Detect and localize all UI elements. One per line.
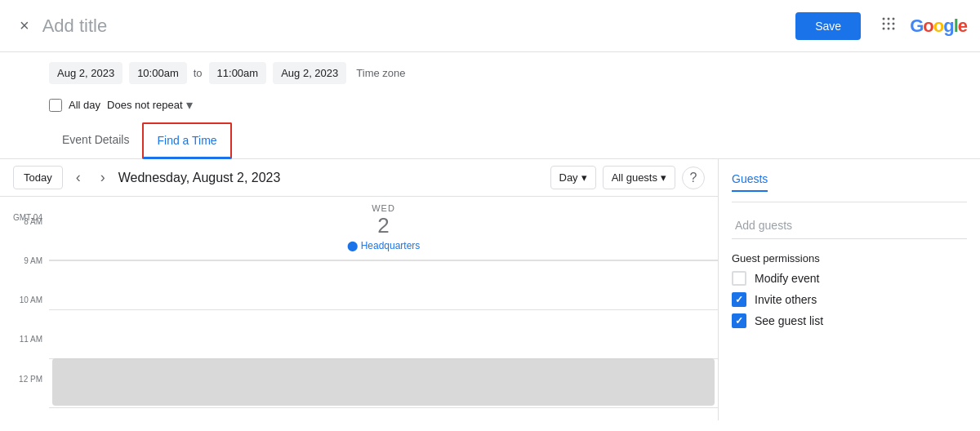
tabs-row: Event Details Find a Time	[0, 122, 980, 159]
location-name: Headquarters	[361, 240, 421, 251]
invite-others-checkbox[interactable]: ✓	[732, 292, 746, 307]
see-guest-list-label: See guest list	[755, 314, 823, 327]
invite-others-label: Invite others	[755, 293, 817, 306]
today-button[interactable]: Today	[13, 166, 63, 189]
end-date-chip[interactable]: Aug 2, 2023	[273, 62, 346, 84]
allday-label: All day	[69, 99, 100, 111]
svg-point-7	[888, 28, 890, 30]
day-header: WED 2 ⬤ Headquarters	[49, 197, 718, 260]
allday-row: All day Does not repeat ▾	[0, 94, 980, 122]
permission-invite-others[interactable]: ✓ Invite others	[732, 292, 967, 307]
time-slot-12pm-label: 12 PM	[19, 375, 42, 384]
invite-others-checkmark: ✓	[735, 294, 743, 305]
day-name: WED	[372, 203, 395, 213]
start-time-chip[interactable]: 10:00am	[129, 62, 187, 84]
repeat-dropdown-arrow: ▾	[186, 97, 193, 113]
view-label: Day	[559, 171, 578, 184]
time-slot-11am-label: 11 AM	[20, 335, 42, 344]
svg-point-4	[888, 23, 890, 25]
permission-see-guest-list[interactable]: ✓ See guest list	[732, 313, 967, 328]
end-time-chip[interactable]: 11:00am	[209, 62, 267, 84]
svg-point-3	[883, 23, 885, 25]
time-column: GMT-04 8 AM 9 AM 10 AM 11 AM 12 PM	[0, 197, 49, 420]
repeat-text: Does not repeat	[107, 99, 183, 111]
close-button[interactable]: ×	[13, 10, 36, 42]
permission-modify-event[interactable]: Modify event	[732, 271, 967, 286]
svg-point-6	[883, 28, 885, 30]
modify-event-checkbox[interactable]	[732, 271, 746, 286]
prev-nav-button[interactable]: ‹	[69, 166, 87, 189]
to-label: to	[194, 67, 203, 79]
permissions-title: Guest permissions	[732, 252, 967, 264]
time-slot-8am-label: 8 AM	[24, 217, 42, 226]
allday-checkbox[interactable]	[49, 99, 62, 112]
help-button[interactable]: ?	[682, 167, 705, 189]
location-badge[interactable]: ⬤ Headquarters	[342, 238, 425, 253]
see-guest-list-checkbox[interactable]: ✓	[732, 313, 746, 328]
start-date-chip[interactable]: Aug 2, 2023	[49, 62, 122, 84]
svg-point-8	[893, 28, 895, 30]
save-button[interactable]: Save	[795, 12, 861, 40]
guests-divider	[732, 202, 967, 202]
day-column: WED 2 ⬤ Headquarters	[49, 197, 718, 420]
modify-event-label: Modify event	[755, 272, 819, 285]
timezone-link[interactable]: Time zone	[356, 67, 405, 79]
day-events[interactable]	[49, 260, 718, 420]
datetime-row: Aug 2, 2023 10:00am to 11:00am Aug 2, 20…	[0, 52, 980, 94]
tab-find-a-time[interactable]: Find a Time	[142, 122, 231, 159]
day-number: 2	[377, 213, 389, 238]
svg-point-5	[893, 23, 895, 25]
top-bar: × Save Google	[0, 0, 980, 52]
hour-line-8am	[49, 260, 718, 261]
title-input[interactable]	[42, 16, 796, 37]
time-slot-10am-label: 10 AM	[20, 295, 42, 304]
guests-select[interactable]: All guests ▾	[603, 166, 675, 189]
google-apps-icon[interactable]	[874, 9, 903, 42]
guests-tab-label[interactable]: Guests	[732, 172, 768, 192]
calendar-grid: GMT-04 8 AM 9 AM 10 AM 11 AM 12 PM	[0, 197, 718, 420]
svg-point-2	[893, 18, 895, 20]
calendar-toolbar: Today ‹ › Wednesday, August 2, 2023 Day …	[0, 159, 718, 197]
hour-line-9am	[49, 309, 718, 310]
next-nav-button[interactable]: ›	[94, 166, 112, 189]
add-guests-input[interactable]	[732, 212, 967, 239]
tab-event-details[interactable]: Event Details	[49, 123, 142, 158]
time-slot-9am-label: 9 AM	[24, 256, 42, 265]
guests-dropdown-arrow: ▾	[661, 171, 666, 184]
allday-checkbox-label[interactable]: All day	[49, 99, 100, 112]
sidebar: Guests Guest permissions Modify event ✓ …	[719, 159, 980, 420]
event-block[interactable]	[52, 358, 715, 406]
view-select[interactable]: Day ▾	[550, 166, 596, 189]
calendar-area: Today ‹ › Wednesday, August 2, 2023 Day …	[0, 159, 719, 420]
google-logo: Google	[910, 16, 967, 37]
svg-point-0	[883, 18, 885, 20]
time-slot-12pm: 12 PM	[0, 381, 49, 420]
guests-label: All guests	[612, 171, 657, 184]
repeat-select[interactable]: Does not repeat ▾	[107, 97, 193, 113]
see-guest-list-checkmark: ✓	[735, 315, 743, 327]
help-icon: ?	[690, 171, 697, 185]
calendar-date-label: Wednesday, August 2, 2023	[118, 171, 544, 185]
svg-point-1	[888, 18, 890, 20]
main-content: Today ‹ › Wednesday, August 2, 2023 Day …	[0, 159, 980, 420]
hour-line-11am	[49, 407, 718, 408]
view-dropdown-arrow: ▾	[581, 171, 587, 184]
